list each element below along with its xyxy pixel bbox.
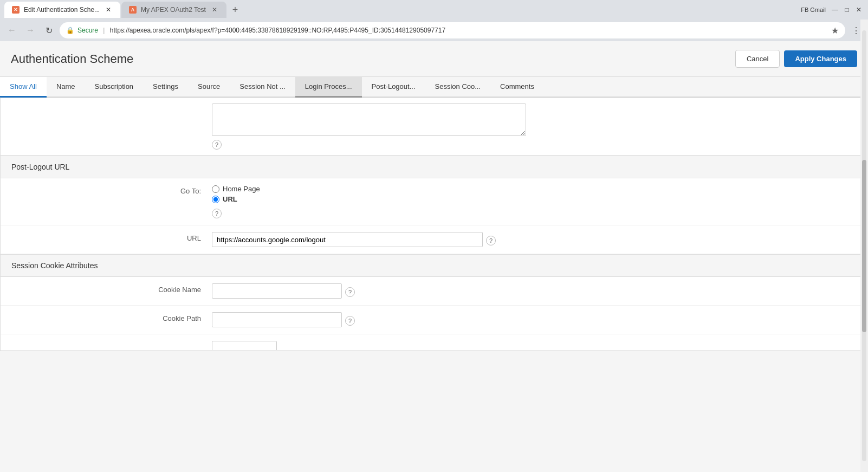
cookie-path-row: Cookie Path ? — [1, 306, 867, 334]
go-to-row: Go To: Home Page URL ? — [1, 178, 867, 225]
url-label: URL — [11, 232, 212, 242]
address-bar: ← → ↻ 🔒 Secure | https://apexea.oracle.c… — [0, 20, 868, 41]
cookie-name-help-icon[interactable]: ? — [345, 287, 355, 297]
extra-input[interactable] — [212, 341, 277, 351]
tab-session-cookie[interactable]: Session Coo... — [425, 77, 491, 98]
reload-button[interactable]: ↻ — [41, 23, 56, 38]
go-to-control: Home Page URL ? — [212, 185, 857, 218]
extra-row — [1, 334, 867, 351]
radio-url-label: URL — [223, 195, 237, 203]
url-input[interactable] — [212, 232, 483, 247]
cookie-name-input-group: ? — [212, 283, 857, 299]
radio-url-input[interactable] — [212, 196, 219, 203]
cancel-button[interactable]: Cancel — [735, 50, 780, 68]
url-text: https://apexea.oracle.com/pls/apex/f?p=4… — [110, 27, 828, 34]
url-row: URL ? — [1, 225, 867, 254]
extra-label — [11, 341, 212, 343]
radio-home-page-input[interactable] — [212, 185, 219, 193]
cookie-name-label: Cookie Name — [11, 283, 212, 294]
title-bar: ✕ Edit Authentication Sche... ✕ A My APE… — [0, 0, 868, 20]
bookmark-icon[interactable]: ★ — [831, 25, 839, 36]
url-control: ? — [212, 232, 857, 247]
tab-bar: ✕ Edit Authentication Sche... ✕ A My APE… — [4, 2, 243, 18]
go-to-label: Go To: — [11, 185, 212, 195]
secure-icon: 🔒 — [66, 27, 74, 34]
forward-button[interactable]: → — [23, 23, 38, 38]
radio-home-page-label: Home Page — [223, 185, 260, 193]
goto-help-icon[interactable]: ? — [212, 209, 222, 218]
new-tab-button[interactable]: + — [228, 2, 243, 17]
tab-label-1: Edit Authentication Sche... — [24, 6, 100, 14]
tab-show-all[interactable]: Show All — [0, 77, 47, 98]
cookie-path-input-group: ? — [212, 312, 857, 327]
secure-label: Secure — [77, 27, 98, 34]
cookie-path-control: ? — [212, 312, 857, 327]
scrollbar-track[interactable] — [862, 30, 866, 461]
minimize-button[interactable]: — — [830, 5, 840, 15]
top-section: ? — [1, 98, 867, 156]
tab-edit-auth[interactable]: ✕ Edit Authentication Sche... ✕ — [4, 2, 120, 18]
radio-home-page[interactable]: Home Page — [212, 185, 857, 193]
tab-label-2: My APEX OAuth2 Test — [141, 6, 206, 14]
tab-name[interactable]: Name — [47, 77, 85, 98]
header-buttons: Cancel Apply Changes — [735, 50, 857, 68]
form-area: ? Post-Logout URL Go To: Home Page URL — [0, 98, 868, 351]
profile-label: FB Gmail — [801, 7, 826, 13]
post-logout-section-header: Post-Logout URL — [1, 156, 867, 178]
tab-session-not[interactable]: Session Not ... — [230, 77, 295, 98]
extra-control — [212, 341, 857, 351]
url-bar[interactable]: 🔒 Secure | https://apexea.oracle.com/pls… — [60, 22, 845, 38]
tab-settings[interactable]: Settings — [143, 77, 188, 98]
back-button[interactable]: ← — [4, 23, 20, 38]
tab-subscription[interactable]: Subscription — [85, 77, 144, 98]
cookie-path-label: Cookie Path — [11, 312, 212, 322]
cookie-name-input[interactable] — [212, 283, 342, 299]
cookie-name-row: Cookie Name ? — [1, 277, 867, 306]
url-input-group: ? — [212, 232, 857, 247]
top-help-icon[interactable]: ? — [212, 140, 222, 150]
tab-comments[interactable]: Comments — [490, 77, 544, 98]
session-cookie-section-header: Session Cookie Attributes — [1, 254, 867, 277]
tab-login-process[interactable]: Login Proces... — [295, 77, 362, 98]
tab-favicon-2: A — [129, 6, 137, 14]
close-button[interactable]: ✕ — [854, 5, 864, 15]
page-content: Authentication Scheme Cancel Apply Chang… — [0, 41, 868, 472]
scrollbar-thumb[interactable] — [862, 160, 866, 332]
radio-url[interactable]: URL — [212, 195, 857, 203]
page-header: Authentication Scheme Cancel Apply Chang… — [0, 41, 868, 77]
tab-source[interactable]: Source — [188, 77, 230, 98]
tab-close-1[interactable]: ✕ — [104, 5, 113, 14]
cookie-path-input[interactable] — [212, 312, 342, 327]
url-separator: | — [101, 27, 107, 34]
apply-changes-button[interactable]: Apply Changes — [784, 50, 857, 67]
scrollbar[interactable] — [860, 20, 868, 472]
tab-post-logout[interactable]: Post-Logout... — [362, 77, 425, 98]
tab-oauth2[interactable]: A My APEX OAuth2 Test ✕ — [121, 2, 226, 18]
url-help-icon[interactable]: ? — [486, 236, 496, 245]
tabs-bar: Show All Name Subscription Settings Sour… — [0, 77, 868, 98]
tab-close-2[interactable]: ✕ — [210, 5, 219, 14]
top-textarea[interactable] — [212, 104, 526, 136]
page-title: Authentication Scheme — [11, 52, 133, 66]
radio-group-goto: Home Page URL — [212, 185, 857, 203]
window-controls: FB Gmail — □ ✕ — [801, 5, 864, 15]
cookie-name-control: ? — [212, 283, 857, 299]
maximize-button[interactable]: □ — [842, 5, 852, 15]
cookie-path-help-icon[interactable]: ? — [345, 316, 355, 326]
tab-favicon-1: ✕ — [12, 6, 20, 14]
